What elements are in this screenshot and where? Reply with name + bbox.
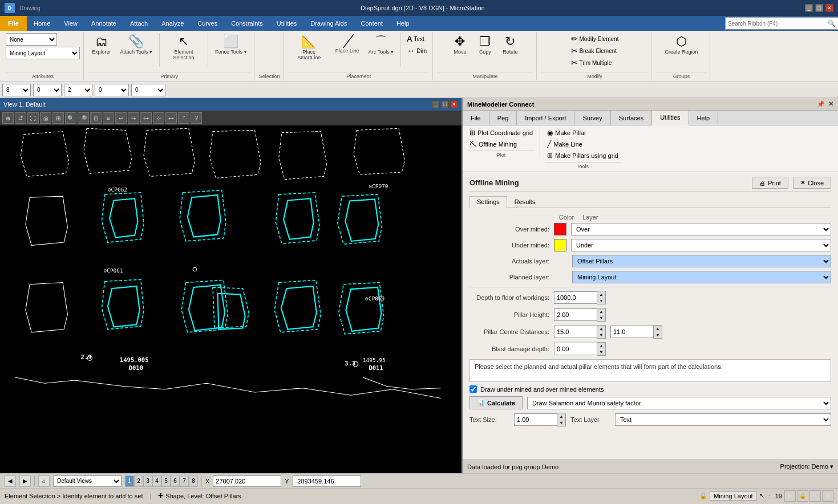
blast-depth-input[interactable]: 0.00 [554, 343, 597, 355]
over-mined-color-swatch[interactable] [554, 223, 566, 235]
planned-layer-select[interactable]: Mining Layout [572, 271, 831, 283]
menu-annotate[interactable]: Annotate [84, 16, 123, 31]
menu-curves[interactable]: Curves [191, 16, 224, 31]
cad-tool-5[interactable]: ⊞ [52, 112, 64, 124]
text-size-up[interactable]: ▲ [557, 413, 565, 420]
projection-dropdown[interactable]: Demo ▾ [812, 463, 833, 470]
pillar-centre-y-input[interactable]: 11.0 [610, 326, 653, 338]
pillar-centre-y-down[interactable]: ▼ [654, 332, 662, 338]
cad-tool-14[interactable]: ⊷ [165, 112, 177, 124]
default-views-select[interactable]: Default Views [53, 475, 122, 487]
text-size-down[interactable]: ▼ [557, 420, 565, 426]
view-7-button[interactable]: 7 [180, 475, 189, 487]
view-8-button[interactable]: 8 [189, 475, 198, 487]
depth-input[interactable]: 1000.0 [554, 291, 597, 304]
menu-utilities[interactable]: Utilities [270, 16, 303, 31]
cad-tool-7[interactable]: 🔎 [78, 112, 89, 124]
depth-down-arrow[interactable]: ▼ [597, 298, 605, 304]
pillar-height-down-arrow[interactable]: ▼ [597, 315, 605, 321]
cad-tool-13[interactable]: ⊹ [153, 112, 164, 124]
back-button[interactable]: ◀ [5, 475, 16, 487]
active-color-select[interactable]: Mining Layout [6, 47, 80, 59]
active-level-select[interactable]: None [6, 33, 57, 46]
arc-tools-button[interactable]: ⌒ Arc Tools ▾ [365, 33, 397, 57]
home-button[interactable]: ⌂ [38, 475, 50, 487]
cad-minimize-button[interactable]: _ [432, 100, 440, 108]
cad-close-button[interactable]: ✕ [450, 100, 458, 108]
menu-analyze[interactable]: Analyze [155, 16, 191, 31]
pillar-centre-x-input[interactable]: 15.0 [554, 326, 597, 338]
view-1-button[interactable]: 1 [125, 475, 134, 487]
under-mined-layer-select[interactable]: Under [571, 239, 831, 251]
forward-button[interactable]: ▶ [19, 475, 31, 487]
cad-tool-3[interactable]: ⛶ [27, 112, 39, 124]
trim-multiple-button[interactable]: ✂Trim Multiple [569, 57, 621, 68]
cad-tool-9[interactable]: ≡ [103, 112, 114, 124]
place-smartline-button[interactable]: 📐 Place SmartLine [289, 33, 330, 63]
view-3-button[interactable]: 3 [143, 475, 152, 487]
cad-tool-4[interactable]: ◎ [40, 112, 51, 124]
settings-tab[interactable]: Settings [469, 196, 507, 208]
pillar-height-up-arrow[interactable]: ▲ [597, 308, 605, 315]
copy-button[interactable]: ❐ Copy [473, 33, 496, 57]
status-icon-4[interactable]: ⊕ [822, 490, 833, 502]
menu-help[interactable]: Help [390, 16, 416, 31]
status-icon-3[interactable]: ⛏ [809, 490, 821, 502]
create-region-button[interactable]: ⬡ Create Region [661, 33, 701, 57]
cad-tool-1[interactable]: ⊕ [2, 112, 14, 124]
close-offline-button[interactable]: ✕ Close [793, 177, 831, 189]
place-line-button[interactable]: ╱ Place Line [332, 33, 363, 56]
cad-tool-16[interactable]: ⊻ [191, 112, 202, 124]
status-icon-1[interactable]: ⊞ [784, 490, 796, 502]
weight-select[interactable]: 8 [2, 84, 31, 96]
depth-up-arrow[interactable]: ▲ [597, 291, 605, 298]
menu-home[interactable]: Home [27, 16, 57, 31]
ls-select[interactable]: 0 [33, 84, 62, 96]
mine-tab-surfaces[interactable]: Surfaces [611, 111, 652, 125]
offline-mining-button[interactable]: ⛏ Offline Mining [467, 139, 535, 149]
view-5-button[interactable]: 5 [161, 475, 171, 487]
results-tab[interactable]: Results [507, 196, 543, 208]
fence-tools-button[interactable]: ⬜ Fence Tools ▾ [212, 33, 250, 57]
print-button[interactable]: 🖨 Print [752, 177, 788, 189]
pillar-height-input[interactable]: 2.00 [554, 308, 597, 321]
blast-depth-up[interactable]: ▲ [597, 343, 605, 349]
menu-constraints[interactable]: Constraints [224, 16, 270, 31]
mine-tab-import-export[interactable]: Import / Export [517, 111, 574, 125]
menu-content[interactable]: Content [354, 16, 390, 31]
make-line-button[interactable]: ╱ Make Line [545, 139, 621, 149]
under-mined-color-swatch[interactable] [554, 239, 566, 251]
text-btn[interactable]: AText [404, 33, 429, 44]
cad-restore-button[interactable]: □ [441, 100, 449, 108]
plot-coordinate-grid-button[interactable]: ⊞ Plot Coordinate grid [467, 128, 535, 138]
view-6-button[interactable]: 6 [171, 475, 180, 487]
dim-btn[interactable]: ↔Dim [404, 45, 429, 56]
attach-tools-button[interactable]: 📎 Attach Tools ▾ [117, 33, 156, 57]
status-icon-2[interactable]: 🔒 [797, 490, 808, 502]
lw-select[interactable]: 2 [64, 84, 92, 96]
search-ribbon-input[interactable] [725, 17, 838, 30]
cad-tool-10[interactable]: ↩ [115, 112, 127, 124]
cad-tool-15[interactable]: ⊺ [178, 112, 189, 124]
pillar-centre-y-up[interactable]: ▲ [654, 326, 662, 332]
menu-view[interactable]: View [57, 16, 84, 31]
mine-panel-pin-button[interactable]: 📌 [817, 100, 825, 108]
cad-tool-12[interactable]: ⊶ [140, 112, 152, 124]
mine-tab-survey[interactable]: Survey [574, 111, 610, 125]
maximize-button[interactable]: □ [815, 4, 823, 12]
minimize-button[interactable]: _ [805, 4, 813, 12]
menu-drawing-aids[interactable]: Drawing Aids [303, 16, 354, 31]
menu-attach[interactable]: Attach [123, 16, 155, 31]
pillar-centre-x-up[interactable]: ▲ [597, 326, 605, 332]
mine-tab-file[interactable]: File [463, 111, 489, 125]
cad-tool-11[interactable]: ↪ [128, 112, 139, 124]
modify-element-button[interactable]: ✏Modify Element [569, 33, 621, 44]
y-coordinate-input[interactable] [293, 475, 361, 487]
view-2-button[interactable]: 2 [134, 475, 143, 487]
explorer-button[interactable]: 🗂 Explorer [88, 33, 115, 57]
view-4-button[interactable]: 4 [152, 475, 161, 487]
element-selection-button[interactable]: ↖ Element Selection [163, 33, 204, 63]
close-button[interactable]: ✕ [825, 4, 833, 12]
mine-tab-utilities[interactable]: Utilities [652, 111, 689, 125]
cad-canvas[interactable]: ⊙CP062 ⊙CP070 [0, 125, 461, 473]
